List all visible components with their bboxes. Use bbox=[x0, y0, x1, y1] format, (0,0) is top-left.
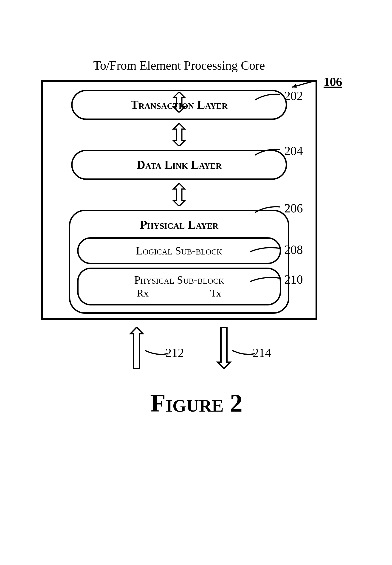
physical-layer: Physical Layer Logical Sub-block Physica… bbox=[69, 210, 289, 314]
diagram-container: To/From Element Processing Core 106 Tran… bbox=[41, 57, 351, 418]
ref-202: 202 bbox=[284, 89, 303, 103]
ref-208: 208 bbox=[284, 242, 303, 257]
physical-subblock-label: Physical Sub-block bbox=[83, 274, 275, 286]
transaction-layer-label: Transaction Layer bbox=[130, 98, 228, 111]
ref-212: 212 bbox=[165, 346, 184, 360]
ref-106: 106 bbox=[323, 75, 342, 89]
svg-marker-6 bbox=[218, 327, 230, 369]
datalink-layer-label: Data Link Layer bbox=[137, 158, 222, 171]
lead-202 bbox=[255, 91, 280, 102]
physical-layer-label: Physical Layer bbox=[77, 218, 281, 231]
physical-subblock: Physical Sub-block Rx Tx bbox=[77, 268, 281, 305]
ref-210: 210 bbox=[284, 272, 303, 287]
arrow-trans-data bbox=[172, 123, 186, 146]
lead-210 bbox=[250, 275, 280, 284]
lead-214 bbox=[232, 349, 255, 358]
lead-204 bbox=[255, 146, 280, 157]
outer-box: Transaction Layer 202 Data Link Layer 20… bbox=[41, 80, 317, 320]
lead-212 bbox=[145, 349, 168, 358]
arrow-data-phys bbox=[172, 183, 186, 206]
ref-214: 214 bbox=[252, 346, 271, 360]
ref-204: 204 bbox=[284, 144, 303, 158]
figure-caption: Figure 2 bbox=[41, 389, 351, 418]
top-label: To/From Element Processing Core bbox=[87, 57, 271, 73]
ref-206: 206 bbox=[284, 201, 303, 215]
lead-206 bbox=[255, 203, 280, 215]
arrow-tx bbox=[216, 327, 232, 369]
lead-208 bbox=[250, 245, 280, 254]
svg-marker-3 bbox=[173, 123, 185, 146]
rx-label: Rx bbox=[137, 287, 149, 299]
logical-subblock-label: Logical Sub-block bbox=[136, 245, 222, 257]
svg-marker-5 bbox=[130, 327, 143, 369]
tx-label: Tx bbox=[210, 287, 221, 299]
arrow-rx bbox=[129, 327, 145, 369]
svg-marker-4 bbox=[173, 183, 185, 206]
